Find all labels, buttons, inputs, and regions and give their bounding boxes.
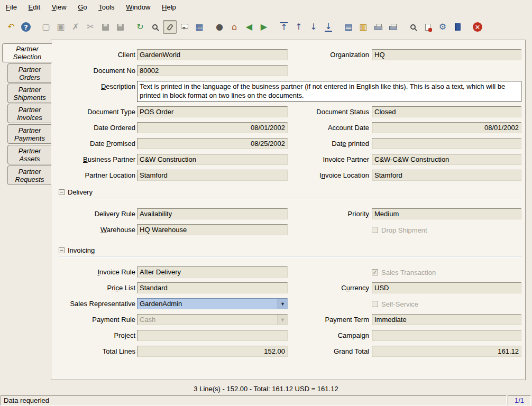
archive-icon[interactable]: ▥ [356,20,370,34]
invoice-partner-field[interactable] [372,154,521,165]
document-no-label: Document No [53,65,135,76]
self-service-label: Self-Service [381,300,418,308]
first-record-icon[interactable]: ↑ [277,20,291,34]
form-row: Date Ordered Account Date [51,122,525,134]
print-icon[interactable] [371,20,385,34]
payment-term-field[interactable] [372,314,521,325]
invoice-rule-field[interactable] [137,266,288,278]
product-info-icon[interactable] [451,20,464,34]
tab-partner-invoices[interactable]: Partner Invoices [7,104,51,123]
section-delivery: − Delivery [59,187,521,198]
attachment-icon[interactable] [163,20,177,34]
save-create-record-icon[interactable] [113,20,127,34]
form-row: Client Organization [51,49,525,61]
save-record-icon[interactable] [98,20,112,34]
total-lines-field[interactable] [137,346,288,357]
document-type-field[interactable] [137,106,288,117]
delivery-rule-field[interactable] [137,208,288,219]
dropdown-arrow-icon[interactable]: ▼ [278,299,287,309]
menu-help[interactable]: Help [157,0,181,14]
menu-file[interactable]: File [1,0,22,14]
toolbar-group: ●⌂◀▶ [213,20,271,34]
parent-record-icon[interactable]: ↑ [292,20,306,34]
description-field[interactable]: Text is printed in the language of the b… [137,81,521,102]
invoice-location-field[interactable] [372,170,521,181]
date-printed-field[interactable] [372,138,521,149]
collapse-delivery-icon[interactable]: − [59,189,65,195]
menu-view[interactable]: View [47,0,71,14]
form-row: Project Campaign [51,330,525,342]
tab-partner-selection[interactable]: Partner Selection [2,43,52,62]
currency-label: Currency [273,282,369,293]
detail-record-icon[interactable]: ↓ [307,20,320,34]
collapse-invoicing-icon[interactable]: − [59,247,65,253]
menu-go[interactable]: Go [73,0,91,14]
menu-tools[interactable]: Tools [94,0,119,14]
date-printed-label: Date printed [273,138,369,149]
partner-location-field[interactable] [137,170,288,181]
grid-toggle-icon[interactable]: ▦ [192,20,206,34]
find-icon[interactable] [148,20,162,34]
report-icon[interactable]: ▤ [342,20,355,34]
last-record-icon[interactable]: ↓ [322,20,335,34]
print-preview-icon[interactable] [386,20,400,34]
form-row: Payment Rule ▼ Payment Term [51,314,525,326]
date-ordered-field[interactable] [137,122,288,133]
client-field[interactable] [137,49,288,60]
drop-shipment-label: Drop Shipment [381,226,427,234]
previous-record-icon[interactable]: ◀ [242,20,256,34]
tab-partner-requests[interactable]: Partner Requests [7,165,51,185]
requery-icon[interactable]: ↻ [133,20,147,34]
menu-bar: File Edit View Go Tools Window Help [0,0,532,15]
payment-term-label: Payment Term [273,314,369,325]
tab-partner-orders[interactable]: Partner Orders [7,63,51,83]
exit-icon[interactable]: ✕ [471,20,484,34]
lock-icon[interactable]: ● [213,20,226,34]
menu-icon[interactable]: ⌂ [227,20,241,34]
price-list-field[interactable] [137,282,288,293]
drop-shipment-checkbox[interactable]: Drop Shipment [372,224,427,236]
zoom-across-icon[interactable] [406,20,420,34]
ignore-icon[interactable]: ↶ [4,20,18,34]
payment-rule-field[interactable] [137,314,288,325]
sales-transaction-checkbox[interactable]: ✓ Sales Transaction [372,266,436,278]
new-record-icon[interactable]: ▢ [39,20,53,34]
document-status-field[interactable] [372,106,521,117]
help-icon[interactable]: ? [19,20,33,34]
campaign-field[interactable] [372,330,521,341]
project-field[interactable] [137,330,288,341]
payment-rule-label: Payment Rule [53,314,135,325]
partner-location-label: Partner Location [53,170,135,181]
currency-field[interactable] [372,282,521,293]
document-type-label: Document Type [53,106,135,117]
invoice-rule-label: Invoice Rule [53,266,135,278]
workflow-icon[interactable]: ⚙ [436,20,450,34]
menu-window[interactable]: Window [121,0,155,14]
delete-selection-icon[interactable]: ✂ [84,20,97,34]
grand-total-field[interactable] [372,346,521,357]
warehouse-field[interactable] [137,224,288,235]
account-date-field[interactable] [372,122,521,133]
organization-field[interactable] [372,49,521,60]
copy-record-icon[interactable]: ▣ [54,20,68,34]
tab-partner-shipments[interactable]: Partner Shipments [7,84,51,103]
request-icon[interactable] [421,20,435,34]
priority-field[interactable] [372,208,521,219]
tab-label: Partner Orders [8,66,51,81]
status-bar: Data requeried 1/1 [0,395,532,406]
sales-transaction-label: Sales Transaction [381,269,436,276]
next-record-icon[interactable]: ▶ [257,20,271,34]
self-service-checkbox[interactable]: Self-Service [372,298,418,310]
chat-icon[interactable] [178,20,191,34]
date-ordered-label: Date Ordered [53,122,135,133]
priority-label: Priority [273,208,369,219]
sales-representative-field[interactable] [137,298,288,309]
tab-partner-payments[interactable]: Partner Payments [7,124,51,144]
tab-partner-assets[interactable]: Partner Assets [7,145,51,164]
date-promised-field[interactable] [137,138,288,149]
delete-record-icon[interactable]: ✗ [69,20,82,34]
menu-edit[interactable]: Edit [24,0,45,14]
document-status-label: Document Status [273,106,369,117]
business-partner-field[interactable] [137,154,288,165]
document-no-field[interactable] [137,65,288,76]
